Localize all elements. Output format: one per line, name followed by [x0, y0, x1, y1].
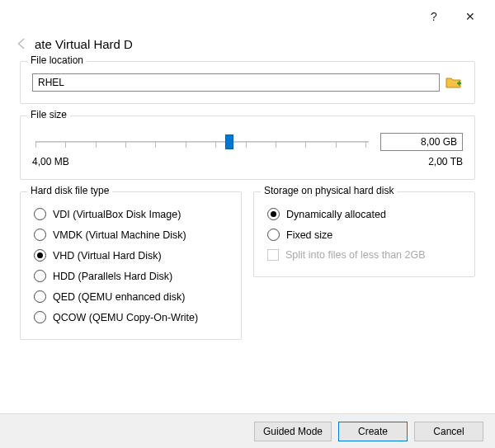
disk-type-label: QED (QEMU enhanced disk) [53, 291, 185, 303]
split-files-label: Split into files of less than 2GB [285, 249, 426, 261]
page-title: ate Virtual Hard D [35, 37, 133, 51]
disk-type-label: HDD (Parallels Hard Disk) [53, 271, 172, 282]
disk-type-label: VDI (VirtualBox Disk Image) [53, 209, 181, 220]
file-size-legend: File size [27, 109, 70, 120]
storage-group: Storage on physical hard disk Dynamicall… [253, 191, 475, 277]
radio-icon [34, 290, 46, 303]
file-location-input[interactable] [32, 73, 440, 92]
storage-option-label: Dynamically allocated [286, 209, 386, 220]
checkbox-icon [267, 249, 279, 261]
disk-type-label: VHD (Virtual Hard Disk) [53, 250, 162, 262]
close-button[interactable]: ✕ [452, 3, 488, 30]
disk-type-legend: Hard disk file type [27, 185, 112, 196]
radio-icon [267, 229, 280, 241]
disk-type-label: QCOW (QEMU Copy-On-Write) [53, 312, 198, 323]
help-button[interactable]: ? [416, 3, 452, 30]
cancel-button[interactable]: Cancel [414, 422, 483, 441]
browse-folder-icon[interactable] [445, 74, 463, 91]
file-size-group: File size 4,00 MB 2,00 TB [20, 116, 475, 180]
size-min-label: 4,00 MB [32, 156, 69, 167]
radio-icon [34, 270, 46, 282]
titlebar: ? ✕ [0, 0, 495, 33]
guided-mode-button[interactable]: Guided Mode [254, 422, 332, 441]
disk-type-option[interactable]: VHD (Virtual Hard Disk) [32, 245, 229, 266]
back-arrow-icon[interactable] [15, 36, 30, 51]
storage-option[interactable]: Dynamically allocated [266, 204, 463, 224]
disk-type-label: VMDK (Virtual Machine Disk) [53, 229, 186, 241]
disk-type-option[interactable]: VMDK (Virtual Machine Disk) [32, 224, 229, 245]
radio-icon [34, 229, 46, 241]
size-slider[interactable] [32, 130, 372, 154]
file-location-group: File location [20, 61, 475, 104]
disk-type-option[interactable]: VDI (VirtualBox Disk Image) [32, 204, 229, 224]
storage-option[interactable]: Fixed size [266, 224, 463, 245]
size-input[interactable] [380, 133, 463, 151]
disk-type-option[interactable]: QED (QEMU enhanced disk) [32, 286, 229, 307]
disk-type-option[interactable]: HDD (Parallels Hard Disk) [32, 266, 229, 286]
size-slider-thumb[interactable] [225, 134, 233, 149]
file-location-legend: File location [27, 54, 87, 66]
radio-icon [267, 208, 280, 220]
dialog-footer: Guided Mode Create Cancel [0, 413, 495, 448]
create-button[interactable]: Create [338, 422, 408, 441]
radio-icon [34, 311, 46, 323]
storage-legend: Storage on physical hard disk [261, 185, 397, 196]
disk-type-option[interactable]: QCOW (QEMU Copy-On-Write) [32, 307, 229, 328]
storage-option-label: Fixed size [286, 229, 332, 241]
radio-icon [34, 208, 46, 220]
size-max-label: 2,00 TB [428, 156, 463, 167]
radio-icon [34, 249, 46, 262]
split-files-checkbox: Split into files of less than 2GB [266, 245, 463, 265]
disk-type-group: Hard disk file type VDI (VirtualBox Disk… [20, 191, 242, 340]
